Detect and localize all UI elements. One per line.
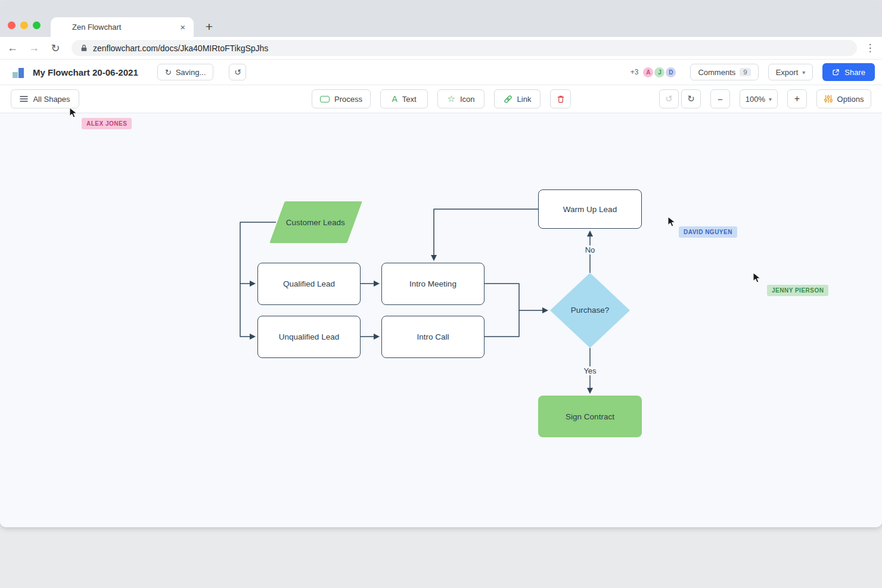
comments-button[interactable]: Comments 9 [690, 64, 758, 80]
app-header: My Flowchart 20-06-2021 ↻ Saving... ↺ +3… [0, 60, 882, 85]
window-minimize-button[interactable] [20, 21, 28, 29]
icon-label: Icon [460, 95, 475, 104]
sync-icon: ↻ [165, 68, 172, 77]
node-sign-contract[interactable]: Sign Contract [538, 396, 642, 437]
redo-button[interactable]: ↻ [681, 89, 701, 108]
forward-icon[interactable]: → [25, 42, 43, 54]
node-intro-meeting[interactable]: Intro Meeting [381, 263, 485, 305]
zoom-level-value: 100% [746, 95, 765, 104]
star-icon: ☆ [447, 94, 455, 104]
avatar[interactable]: D [664, 66, 677, 79]
node-label: Intro Call [417, 332, 449, 341]
browser-tab[interactable]: Zen Flowchart × [51, 17, 194, 37]
process-label: Process [334, 95, 362, 104]
export-button[interactable]: Export ▾ [768, 64, 813, 80]
view-tools-group: ↺ ↻ − 100% ▾ + Optio [659, 89, 871, 108]
node-label: Intro Meeting [409, 279, 456, 288]
hamburger-icon [20, 95, 28, 102]
node-purchase-label[interactable]: Purchase? [560, 306, 620, 315]
insert-tools-group: Process A Text ☆ Icon Link [312, 89, 571, 108]
share-button[interactable]: Share [822, 63, 875, 81]
all-shapes-button[interactable]: All Shapes [11, 89, 79, 108]
comments-label: Comments [698, 68, 735, 77]
link-tool-button[interactable]: Link [494, 89, 541, 108]
shape-toolbar: All Shapes Process A Text ☆ Icon [0, 85, 882, 113]
tab-strip: Zen Flowchart × + [0, 0, 882, 37]
browser-menu-icon[interactable]: ⋮ [863, 42, 877, 54]
link-icon [504, 95, 513, 104]
app-logo-icon [12, 66, 25, 78]
node-customer-leads[interactable]: Customer Leads [269, 201, 362, 243]
text-icon: A [392, 94, 397, 104]
sliders-icon [824, 95, 833, 103]
collaborator-tag: JENNY PIERSON [767, 285, 828, 296]
node-label: Warm Up Lead [563, 205, 617, 214]
lock-icon [80, 43, 88, 52]
history-icon: ↺ [234, 67, 241, 77]
node-label: Customer Leads [286, 218, 345, 227]
text-tool-button[interactable]: A Text [380, 89, 428, 108]
collaborator-cursor-icon [753, 272, 761, 284]
link-label: Link [517, 95, 532, 104]
edge-label-yes[interactable]: Yes [579, 366, 601, 375]
node-qualified-lead[interactable]: Qualified Lead [257, 263, 361, 305]
process-shape-button[interactable]: Process [312, 89, 371, 108]
undo-icon: ↺ [665, 94, 673, 104]
trash-icon [557, 95, 565, 104]
url-text: zenflowchart.com/docs/Jka40MIRtoFTikgSpJ… [93, 43, 268, 53]
avatar[interactable]: A [642, 66, 654, 79]
back-icon[interactable]: ← [4, 42, 21, 54]
zoom-level-dropdown[interactable]: 100% ▾ [740, 89, 778, 108]
node-label: Sign Contract [566, 412, 614, 421]
browser-window: Zen Flowchart × + ← → ↻ zenflowchart.com… [0, 0, 882, 527]
minus-icon: − [718, 94, 723, 104]
collaborator-tag: ALEX JONES [82, 118, 132, 129]
options-label: Options [837, 95, 864, 104]
tab-close-icon[interactable]: × [179, 22, 187, 32]
address-bar[interactable]: zenflowchart.com/docs/Jka40MIRtoFTikgSpJ… [72, 40, 857, 56]
tab-title: Zen Flowchart [72, 23, 179, 32]
avatar[interactable]: J [653, 66, 666, 79]
window-close-button[interactable] [8, 21, 15, 29]
collaborator-tag: DAVID NGUYEN [679, 226, 737, 238]
delete-button[interactable] [550, 89, 571, 108]
comments-count-badge: 9 [740, 68, 750, 76]
window-fullscreen-button[interactable] [33, 21, 41, 29]
share-icon [832, 69, 840, 76]
node-warm-up-lead[interactable]: Warm Up Lead [538, 189, 642, 229]
process-shape-icon [320, 96, 330, 102]
zoom-out-button[interactable]: − [710, 89, 730, 108]
node-unqualified-lead[interactable]: Unqualified Lead [257, 316, 361, 358]
document-title: My Flowchart 20-06-2021 [33, 67, 138, 77]
options-button[interactable]: Options [816, 89, 871, 108]
text-label: Text [402, 95, 417, 104]
undo-button[interactable]: ↺ [659, 89, 679, 108]
edge-label-no[interactable]: No [580, 245, 600, 254]
node-label: Qualified Lead [283, 279, 335, 288]
saving-label: Saving... [176, 68, 206, 77]
collaborator-cursor-icon [667, 216, 676, 228]
export-label: Export [776, 68, 799, 77]
redo-icon: ↻ [687, 94, 695, 104]
icon-tool-button[interactable]: ☆ Icon [437, 89, 485, 108]
node-label: Unqualified Lead [279, 332, 339, 341]
browser-navbar: ← → ↻ zenflowchart.com/docs/Jka40MIRtoFT… [0, 37, 882, 60]
saving-status-button[interactable]: ↻ Saving... [157, 64, 214, 80]
new-tab-button[interactable]: + [201, 19, 217, 35]
zoom-in-button[interactable]: + [787, 89, 807, 108]
share-label: Share [844, 68, 865, 77]
chevron-down-icon: ▾ [769, 96, 772, 102]
node-intro-call[interactable]: Intro Call [381, 316, 485, 358]
chevron-down-icon: ▾ [802, 69, 805, 76]
version-history-button[interactable]: ↺ [229, 64, 246, 80]
collaborators-overflow: +3 [631, 68, 639, 76]
reload-icon[interactable]: ↻ [46, 42, 64, 55]
flowchart-canvas[interactable]: Customer Leads Qualified Lead Unqualifie… [0, 113, 882, 527]
all-shapes-label: All Shapes [33, 95, 70, 104]
plus-icon: + [794, 94, 800, 104]
collaborator-cursor-icon [69, 107, 77, 119]
